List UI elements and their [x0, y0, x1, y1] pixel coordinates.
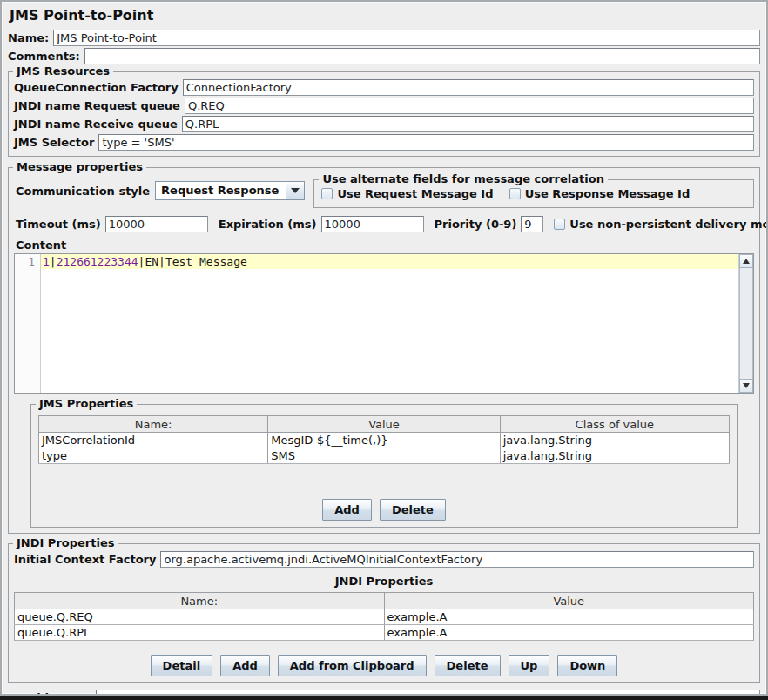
jms-resources-group: JMS Resources QueueConnection Factory JN…	[8, 71, 760, 157]
jms-properties-group: JMS Properties Name: Value Class of valu…	[30, 404, 738, 528]
expiration-label: Expiration (ms)	[219, 218, 317, 231]
up-button[interactable]: Up	[509, 655, 550, 676]
correlation-group-title: Use alternate fields for message correla…	[319, 172, 608, 185]
queue-connection-factory-field[interactable]	[183, 79, 754, 96]
button-label: elete	[401, 503, 434, 516]
checkbox-icon	[554, 219, 565, 230]
table-cell[interactable]: SMS	[268, 448, 500, 464]
scrollbar-thumb[interactable]	[739, 268, 753, 379]
column-header[interactable]: Value	[268, 416, 500, 433]
checkbox-icon	[321, 188, 333, 199]
message-properties-title: Message properties	[13, 160, 146, 173]
name-row: Name:	[8, 30, 760, 46]
combo-dropdown-button[interactable]	[286, 182, 304, 199]
down-button[interactable]: Down	[557, 655, 617, 676]
jms-selector-field[interactable]	[98, 134, 754, 151]
communication-style-label: Communication style	[16, 185, 150, 198]
table-cell[interactable]: queue.Q.REQ	[15, 609, 385, 625]
code-area[interactable]: 1|212661223344|EN|Test Message	[41, 254, 738, 393]
token: Test Message	[165, 255, 247, 268]
request-queue-label: JNDI name Request queue	[14, 99, 180, 112]
communication-style-value: Request Response	[156, 182, 286, 199]
receive-queue-label: JNDI name Receive queue	[14, 118, 178, 131]
button-label: dd	[343, 503, 360, 516]
table-cell[interactable]: example.A	[384, 609, 754, 625]
expiration-field[interactable]	[321, 216, 424, 232]
timeout-label: Timeout (ms)	[16, 218, 101, 231]
token: |	[158, 255, 165, 268]
priority-label: Priority (0-9)	[435, 218, 517, 231]
non-persistent-checkbox[interactable]: Use non-persistent delivery mode?	[554, 218, 768, 231]
use-response-message-id-label: Use Response Message Id	[525, 187, 691, 200]
receive-queue-field[interactable]	[182, 116, 754, 132]
column-header[interactable]: Class of value	[500, 416, 729, 433]
table-row[interactable]: queue.Q.RPL example.A	[15, 625, 754, 641]
delete-jms-property-button[interactable]: Delete	[380, 499, 446, 521]
jndi-table-title: JNDI Properties	[14, 575, 754, 588]
window-bottom-edge	[0, 696, 768, 700]
use-request-message-id-checkbox[interactable]: Use Request Message Id	[321, 187, 493, 200]
table-cell[interactable]: example.A	[384, 625, 754, 641]
table-cell[interactable]: MesgID-${__time(,)}	[268, 433, 500, 448]
token: EN	[145, 255, 158, 268]
request-queue-field[interactable]	[185, 98, 754, 114]
column-header[interactable]: Name:	[15, 593, 385, 609]
chevron-down-icon	[291, 188, 300, 193]
checkbox-icon	[509, 188, 521, 199]
scroll-up-icon	[743, 259, 750, 264]
table-row[interactable]: queue.Q.REQ example.A	[15, 609, 754, 625]
communication-style-select[interactable]: Request Response	[155, 181, 305, 200]
add-jms-property-button[interactable]: Add	[322, 499, 372, 521]
jms-properties-table[interactable]: Name: Value Class of value JMSCorrelatio…	[38, 415, 730, 464]
priority-field[interactable]	[521, 216, 543, 232]
mnemonic: A	[334, 503, 343, 516]
table-cell[interactable]: queue.Q.RPL	[15, 625, 385, 641]
add-button[interactable]: Add	[220, 655, 270, 676]
jms-selector-row: JMS Selector	[14, 134, 754, 151]
name-label: Name:	[8, 31, 49, 44]
jms-selector-label: JMS Selector	[14, 136, 94, 149]
jms-resources-title: JMS Resources	[13, 64, 113, 77]
use-response-message-id-checkbox[interactable]: Use Response Message Id	[509, 187, 691, 200]
initial-context-factory-row: Initial Context Factory	[14, 551, 754, 568]
jndi-properties-table[interactable]: Name: Value queue.Q.REQ example.A queue.…	[14, 592, 754, 641]
detail-button[interactable]: Detail	[151, 655, 213, 676]
token: |	[50, 255, 57, 268]
queue-connection-factory-row: QueueConnection Factory	[14, 79, 754, 96]
comments-row: Comments:	[8, 48, 760, 64]
timeout-field[interactable]	[105, 216, 208, 232]
table-cell[interactable]: JMSCorrelationId	[39, 433, 268, 448]
table-header-row: Name: Value	[15, 593, 754, 609]
token: 1	[43, 255, 50, 268]
provider-url-field[interactable]	[96, 690, 760, 696]
line-number-gutter: 1	[15, 254, 41, 393]
code-line[interactable]: 1|212661223344|EN|Test Message	[41, 254, 738, 269]
table-row[interactable]: type SMS java.lang.String	[39, 448, 730, 464]
message-properties-group: Message properties Communication style R…	[8, 167, 760, 534]
line-number: 1	[28, 255, 35, 268]
initial-context-factory-field[interactable]	[160, 551, 754, 568]
table-cell[interactable]: type	[39, 448, 268, 464]
content-label: Content	[16, 239, 754, 252]
content-editor[interactable]: 1 1|212661223344|EN|Test Message	[14, 253, 754, 394]
add-from-clipboard-button[interactable]: Add from Clipboard	[278, 655, 427, 676]
column-header[interactable]: Name:	[39, 416, 268, 433]
vertical-scrollbar[interactable]	[738, 254, 753, 393]
column-header[interactable]: Value	[384, 593, 754, 609]
communication-row: Communication style Request Response Use…	[14, 173, 754, 208]
table-row[interactable]: JMSCorrelationId MesgID-${__time(,)} jav…	[39, 433, 730, 448]
table-header-row: Name: Value Class of value	[39, 416, 730, 433]
table-cell[interactable]: java.lang.String	[500, 433, 729, 448]
table-cell[interactable]: java.lang.String	[500, 448, 729, 464]
initial-context-factory-label: Initial Context Factory	[14, 553, 156, 566]
receive-queue-row: JNDI name Receive queue	[14, 116, 754, 132]
scroll-down-icon	[743, 383, 750, 388]
jms-point-to-point-panel: JMS Point-to-Point Name: Comments: JMS R…	[0, 0, 768, 696]
delete-button[interactable]: Delete	[435, 655, 501, 676]
name-field[interactable]	[53, 30, 760, 46]
jndi-properties-group: JNDI Properties Initial Context Factory …	[8, 543, 760, 683]
scroll-up-button[interactable]	[739, 254, 753, 268]
comments-field[interactable]	[84, 48, 760, 64]
correlation-group: Use alternate fields for message correla…	[313, 179, 754, 208]
scroll-down-button[interactable]	[739, 379, 753, 393]
